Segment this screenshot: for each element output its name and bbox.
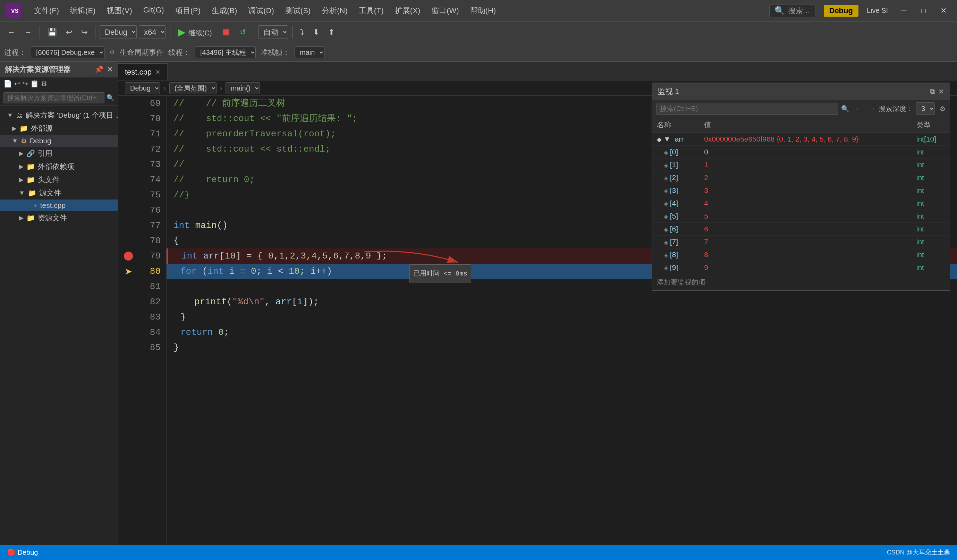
watch-row-4[interactable]: ◈ [4] 4 int	[652, 197, 950, 210]
menu-view[interactable]: 视图(V)	[102, 3, 137, 18]
breadcrumb-scope-dropdown[interactable]: Debug	[125, 82, 160, 94]
toolbar-sep-4	[254, 26, 254, 38]
watch-arr-expand[interactable]: ▼	[663, 135, 671, 143]
process-dropdown[interactable]: [60676] Debug.exe	[31, 46, 104, 58]
sidebar-item-debug[interactable]: ▼ ⚙ Debug	[0, 135, 118, 147]
lifecycle-label: 生命周期事件	[120, 47, 163, 57]
watch-row-1[interactable]: ◈ [1] 1 int	[652, 159, 950, 171]
arch-dropdown[interactable]: x64	[139, 25, 166, 39]
menu-build[interactable]: 生成(B)	[207, 3, 242, 18]
gutter-line-82	[118, 294, 139, 309]
watch-depth-dropdown[interactable]: 3	[916, 103, 935, 115]
menu-edit[interactable]: 编辑(E)	[65, 3, 100, 18]
expand-arrow-resources: ▶	[19, 214, 24, 222]
save-button[interactable]: 💾	[44, 26, 60, 38]
thread-dropdown[interactable]: [43496] 主线程	[195, 46, 256, 58]
back-button[interactable]: ←	[4, 26, 19, 38]
restore-button[interactable]: □	[916, 5, 931, 17]
watch-row-2[interactable]: ◈ [2] 2 int	[652, 171, 950, 184]
toolbar-sep-1	[39, 26, 40, 38]
sidebar-item-headers[interactable]: ▶ 📁 头文件	[0, 173, 118, 186]
menu-help[interactable]: 帮助(H)	[465, 3, 501, 18]
watch-cell-7-type: int	[911, 236, 950, 248]
watch-cell-0-name: ◈ [0]	[652, 146, 699, 159]
watch-row-8[interactable]: ◈ [8] 8 int	[652, 248, 950, 261]
sidebar-tool-3[interactable]: ↪	[22, 79, 28, 88]
stop-button[interactable]: ⏹	[218, 25, 234, 39]
sidebar-search-input[interactable]	[3, 92, 104, 103]
sidebar-item-external-sources[interactable]: ▶ 📁 外部源	[0, 122, 118, 135]
debug-config-dropdown[interactable]: Debug	[99, 25, 137, 39]
step-over-button[interactable]: ⤵	[297, 26, 308, 38]
sidebar-header-icons: 📌 ✕	[95, 65, 113, 74]
sidebar-item-solution[interactable]: ▼ 🗂 解决方案 'Debug' (1 个项目，共	[0, 109, 118, 122]
sidebar-tool-5[interactable]: ⚙	[41, 79, 47, 88]
watch-cell-5-name: ◈ [5]	[652, 210, 699, 223]
forward-button[interactable]: →	[21, 26, 35, 38]
watch-arr-diamond: ◆	[657, 136, 663, 143]
continue-button[interactable]: ▶ 继续(C)	[175, 25, 215, 39]
watch-search-icon[interactable]: 🔍	[841, 105, 850, 113]
breadcrumb-global-dropdown[interactable]: (全局范围)	[169, 82, 216, 94]
live-share-label[interactable]: Live SI	[867, 6, 888, 14]
watch-float-icon[interactable]: ⧉	[930, 87, 935, 96]
watch-cell-arr-name: ◆ ▼ arr	[652, 133, 699, 146]
tab-close-button[interactable]: ✕	[155, 68, 160, 76]
menu-tools[interactable]: 工具(T)	[354, 3, 388, 18]
auto-dropdown[interactable]: 自动	[258, 25, 288, 39]
watch-cell-5-type: int	[911, 210, 950, 223]
sidebar-search-icon[interactable]: 🔍	[107, 94, 114, 102]
step-in-button[interactable]: ⬇	[310, 26, 323, 38]
sidebar-item-sources[interactable]: ▼ 📁 源文件	[0, 186, 118, 199]
watch-close-icon[interactable]: ✕	[938, 87, 944, 96]
watch-row-6[interactable]: ◈ [6] 6 int	[652, 223, 950, 236]
folder-icon-resources: 📁	[26, 214, 35, 222]
undo-button[interactable]: ↩	[62, 26, 76, 38]
tab-label: test.cpp	[125, 68, 152, 77]
sidebar-tool-1[interactable]: 📄	[3, 79, 12, 88]
sidebar-item-resources[interactable]: ▶ 📁 资源文件	[0, 211, 118, 224]
close-button[interactable]: ✕	[935, 5, 951, 17]
sidebar-tool-4[interactable]: 📋	[30, 79, 39, 88]
step-out-button[interactable]: ⬆	[325, 26, 338, 38]
watch-row-0[interactable]: ◈ [0] 0 int	[652, 146, 950, 159]
watch-row-7[interactable]: ◈ [7] 7 int	[652, 236, 950, 248]
watch-row-5[interactable]: ◈ [5] 5 int	[652, 210, 950, 223]
menu-git[interactable]: Git(G)	[139, 3, 169, 18]
stack-dropdown[interactable]: main	[295, 46, 324, 58]
pin-icon[interactable]: 📌	[95, 65, 103, 74]
menu-debug[interactable]: 调试(D)	[243, 3, 279, 18]
restart-button[interactable]: ↺	[236, 26, 250, 38]
watch-search-input[interactable]	[656, 103, 839, 115]
lifecycle-events-icon[interactable]: ⚙	[109, 49, 115, 56]
sidebar-tool-2[interactable]: ↩	[14, 79, 20, 88]
watch-row-3[interactable]: ◈ [3] 3 int	[652, 184, 950, 197]
menu-analyze[interactable]: 分析(N)	[317, 3, 352, 18]
minimize-button[interactable]: ─	[896, 5, 911, 17]
line-num-82: 82	[144, 294, 161, 309]
sidebar-item-ref[interactable]: ▶ 🔗 引用	[0, 147, 118, 160]
breadcrumb-func-dropdown[interactable]: main()	[226, 82, 260, 94]
menu-file[interactable]: 文件(F)	[29, 3, 64, 18]
watch-cell-9-name: ◈ [9]	[652, 261, 699, 274]
sidebar-close-icon[interactable]: ✕	[107, 65, 113, 74]
watch-options-icon[interactable]: ⚙	[940, 105, 946, 113]
thread-label: 线程：	[168, 47, 190, 57]
menu-window[interactable]: 窗口(W)	[426, 3, 464, 18]
expand-arrow-debug: ▼	[12, 137, 18, 145]
menu-test[interactable]: 测试(S)	[280, 3, 316, 18]
watch-nav-back[interactable]: ←	[854, 104, 862, 114]
sidebar-item-extdeps[interactable]: ▶ 📁 外部依赖项	[0, 160, 118, 173]
watch-nav-fwd[interactable]: →	[867, 104, 876, 114]
redo-button[interactable]: ↪	[78, 26, 91, 38]
line-num-74: 74	[144, 172, 161, 187]
menu-project[interactable]: 项目(P)	[171, 3, 205, 18]
watch-4-type: int	[916, 199, 924, 207]
menu-extensions[interactable]: 扩展(X)	[390, 3, 425, 18]
tab-testcpp[interactable]: test.cpp ✕	[118, 63, 167, 80]
watch-row-9[interactable]: ◈ [9] 9 int	[652, 261, 950, 274]
watch-row-arr[interactable]: ◆ ▼ arr 0x000000e5e650f968 {0, 1, 2, 3, …	[652, 133, 950, 146]
sidebar-item-testcpp[interactable]: + test.cpp	[0, 199, 118, 211]
watch-add-hint[interactable]: 添加要监视的项	[652, 274, 950, 290]
watch-7-label: [7]	[670, 238, 678, 246]
